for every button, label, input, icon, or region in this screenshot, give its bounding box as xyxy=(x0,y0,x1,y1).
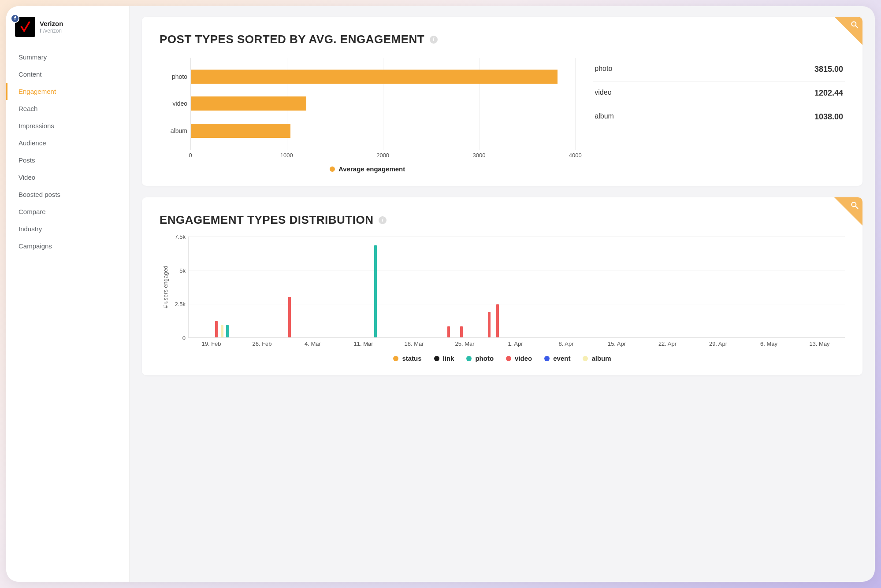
sidebar-item-content[interactable]: Content xyxy=(6,66,129,83)
x-tick: 18. Mar xyxy=(404,340,424,347)
legend-swatch-icon xyxy=(544,356,550,361)
sidebar-item-compare[interactable]: Compare xyxy=(6,203,129,220)
chart-column xyxy=(215,321,218,337)
stat-row: video1202.44 xyxy=(593,81,845,105)
stat-label: photo xyxy=(595,65,612,74)
y-tick: 0 xyxy=(182,335,186,341)
stat-value: 3815.00 xyxy=(814,65,843,74)
stat-row: photo3815.00 xyxy=(593,58,845,81)
stat-label: album xyxy=(595,112,614,122)
x-tick: 3000 xyxy=(473,152,486,159)
sidebar-nav: SummaryContentEngagementReachImpressions… xyxy=(6,48,129,255)
main-content: POST TYPES SORTED BY AVG. ENGAGEMENT i p… xyxy=(130,6,875,582)
verizon-check-icon xyxy=(19,21,31,33)
x-tick: 19. Feb xyxy=(201,340,221,347)
x-tick: 1000 xyxy=(280,152,293,159)
chart-column xyxy=(226,325,229,337)
sidebar-item-audience[interactable]: Audience xyxy=(6,134,129,152)
x-tick: 29. Apr xyxy=(709,340,727,347)
app-window: f Verizon f /verizon SummaryContentEngag… xyxy=(6,6,875,582)
chart-column xyxy=(374,245,377,337)
svg-line-1 xyxy=(856,26,858,28)
search-icon[interactable] xyxy=(850,20,859,31)
stat-value: 1038.00 xyxy=(814,112,843,122)
info-icon[interactable]: i xyxy=(430,36,438,44)
x-tick: 2000 xyxy=(376,152,389,159)
legend-swatch-icon xyxy=(506,356,511,361)
info-icon[interactable]: i xyxy=(379,216,387,224)
engagement-distribution-chart: # users engaged 02.5k5k7.5k 19. Feb26. F… xyxy=(160,237,845,362)
legend-item: status xyxy=(393,355,421,362)
search-icon[interactable] xyxy=(850,201,859,211)
engagement-distribution-card: ENGAGEMENT TYPES DISTRIBUTION i # users … xyxy=(142,197,862,375)
chart-category-label: video xyxy=(160,100,187,107)
chart-column xyxy=(221,325,223,337)
x-tick: 0 xyxy=(189,152,192,159)
sidebar-item-reach[interactable]: Reach xyxy=(6,100,129,117)
legend-swatch-icon xyxy=(434,356,439,361)
brand-text: Verizon f /verizon xyxy=(40,20,63,34)
legend-swatch-icon xyxy=(393,356,398,361)
x-tick: 11. Mar xyxy=(353,340,373,347)
stat-label: video xyxy=(595,89,611,98)
x-tick: 25. Mar xyxy=(455,340,474,347)
chart-column xyxy=(496,304,499,337)
x-tick: 13. May xyxy=(809,340,829,347)
legend-label: status xyxy=(402,355,421,362)
legend-swatch-icon xyxy=(330,166,335,172)
chart-column xyxy=(447,326,450,337)
legend-label: album xyxy=(591,355,611,362)
legend-label: video xyxy=(515,355,532,362)
chart-bar xyxy=(191,70,558,84)
sidebar-item-engagement[interactable]: Engagement xyxy=(6,83,129,100)
legend-item: photo xyxy=(466,355,494,362)
chart-bar xyxy=(191,124,290,138)
x-tick: 8. Apr xyxy=(559,340,574,347)
svg-line-3 xyxy=(856,207,858,209)
sidebar-item-campaigns[interactable]: Campaigns xyxy=(6,237,129,255)
legend-item: album xyxy=(583,355,611,362)
chart-category-label: photo xyxy=(160,73,187,80)
chart-column xyxy=(460,326,463,337)
brand-name: Verizon xyxy=(40,20,63,28)
post-types-chart: photovideoalbum 01000200030004000 Averag… xyxy=(160,58,575,173)
post-types-card: POST TYPES SORTED BY AVG. ENGAGEMENT i p… xyxy=(142,17,862,186)
sidebar-item-industry[interactable]: Industry xyxy=(6,220,129,237)
facebook-glyph-icon: f xyxy=(40,28,41,34)
x-tick: 6. May xyxy=(760,340,777,347)
sidebar-item-video[interactable]: Video xyxy=(6,169,129,186)
x-tick: 22. Apr xyxy=(658,340,677,347)
y-tick: 2.5k xyxy=(175,301,186,307)
card-title: POST TYPES SORTED BY AVG. ENGAGEMENT i xyxy=(160,33,845,46)
y-tick: 5k xyxy=(179,267,186,274)
chart-y-axis-label: # users engaged xyxy=(160,237,169,338)
legend-swatch-icon xyxy=(466,356,472,361)
brand-header: f Verizon f /verizon xyxy=(6,17,129,45)
sidebar-item-posts[interactable]: Posts xyxy=(6,152,129,169)
legend-label: link xyxy=(443,355,454,362)
x-tick: 1. Apr xyxy=(508,340,523,347)
legend-item: video xyxy=(506,355,532,362)
legend-item: link xyxy=(434,355,454,362)
y-tick: 7.5k xyxy=(175,233,186,240)
chart-legend: Average engagement xyxy=(160,165,575,173)
chart-column xyxy=(488,312,491,337)
chart-column xyxy=(288,297,291,337)
legend-label: photo xyxy=(475,355,494,362)
legend-swatch-icon xyxy=(583,356,588,361)
sidebar-item-boosted-posts[interactable]: Boosted posts xyxy=(6,186,129,203)
chart-legend: statuslinkphotovideoeventalbum xyxy=(160,355,845,362)
stat-value: 1202.44 xyxy=(814,89,843,98)
post-types-stats: photo3815.00video1202.44album1038.00 xyxy=(593,58,845,173)
sidebar-item-impressions[interactable]: Impressions xyxy=(6,117,129,134)
legend-label: event xyxy=(553,355,570,362)
x-tick: 4. Mar xyxy=(305,340,321,347)
chart-category-label: album xyxy=(160,127,187,134)
facebook-badge-icon: f xyxy=(11,14,19,23)
brand-handle: f /verizon xyxy=(40,28,63,34)
x-tick: 15. Apr xyxy=(608,340,626,347)
legend-item: event xyxy=(544,355,570,362)
x-tick: 4000 xyxy=(569,152,582,159)
stat-row: album1038.00 xyxy=(593,105,845,129)
sidebar-item-summary[interactable]: Summary xyxy=(6,48,129,66)
